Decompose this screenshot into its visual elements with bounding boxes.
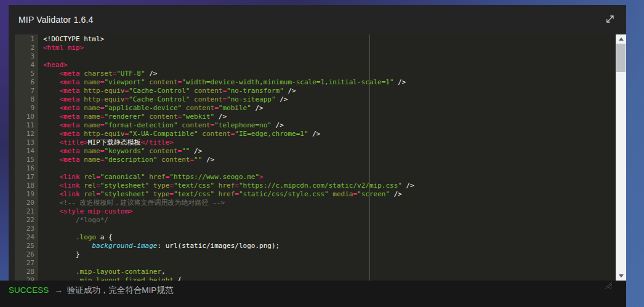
code-line[interactable]: <meta http-equiv="Cache-Control" content… [38, 95, 616, 104]
code-line[interactable] [38, 259, 616, 268]
line-number: 2 [15, 44, 38, 52]
code-line[interactable]: <html mip> [38, 44, 616, 52]
scroll-down-button[interactable] [616, 271, 626, 281]
line-number: 19 [15, 190, 38, 199]
line-number-gutter: 1234567891011121314151617181920212223242… [15, 34, 38, 281]
line-number: 6 [15, 78, 38, 87]
code-line[interactable] [38, 164, 616, 173]
code-line[interactable]: <head> [38, 61, 616, 70]
code-line[interactable]: <link rel="canonical" href="https://www.… [38, 173, 616, 181]
code-line[interactable]: <meta name="renderer" content="webkit" /… [38, 113, 616, 121]
code-line[interactable]: <!-- 改造模板时，建议将文件调用改为绝对路径 --> [38, 199, 616, 207]
status-success-label: SUCCESS [9, 285, 49, 295]
triangle-down-icon [619, 274, 624, 277]
window-title: MIP Validator 1.6.4 [18, 15, 94, 25]
line-number: 24 [15, 233, 38, 242]
line-number: 11 [15, 121, 38, 130]
code-line[interactable]: <meta name="description" content="" /> [38, 156, 616, 164]
code-line[interactable]: .mip-layout-container, [38, 268, 616, 276]
code-line[interactable]: <meta name="applicable-device" content="… [38, 104, 616, 113]
line-number: 20 [15, 199, 38, 207]
code-line[interactable]: <meta http-equiv="Cache-Control" content… [38, 87, 616, 95]
line-number: 22 [15, 216, 38, 225]
code-line[interactable]: <link rel="stylesheet" type="text/css" h… [38, 181, 616, 190]
code-line[interactable]: <link rel="stylesheet" type="text/css" h… [38, 190, 616, 199]
line-number: 13 [15, 138, 38, 147]
code-line[interactable]: .logo a { [38, 233, 616, 242]
code-line[interactable]: <title>MIP下载静态模板</title> [38, 138, 616, 147]
resize-grip-icon[interactable] [604, 281, 614, 289]
code-line[interactable]: <style mip-custom> [38, 207, 616, 216]
titlebar: MIP Validator 1.6.4 [9, 5, 626, 34]
line-number: 14 [15, 147, 38, 156]
code-line[interactable]: <meta http-equiv="X-UA-Compatible" conte… [38, 130, 616, 138]
line-number: 15 [15, 156, 38, 164]
line-number: 1 [15, 35, 38, 44]
status-bar: SUCCESS→验证成功，完全符合MIP规范 [0, 281, 626, 307]
line-number: 9 [15, 104, 38, 113]
line-number: 4 [15, 61, 38, 70]
line-number: 28 [15, 268, 38, 276]
code-line[interactable]: .mip-layout-fixed-height { [38, 276, 616, 281]
line-number: 23 [15, 225, 38, 233]
scroll-up-button[interactable] [616, 34, 626, 44]
line-number: 17 [15, 173, 38, 181]
line-number: 26 [15, 250, 38, 259]
line-number: 12 [15, 130, 38, 138]
line-number: 25 [15, 242, 38, 250]
code-line[interactable]: <meta name="keywords" content="" /> [38, 147, 616, 156]
code-line[interactable]: background-image: url(static/images/logo… [38, 242, 616, 250]
code-line[interactable]: <meta name="format-detection" content="t… [38, 121, 616, 130]
code-editor[interactable]: 1234567891011121314151617181920212223242… [15, 34, 626, 281]
line-number: 21 [15, 207, 38, 216]
code-line[interactable] [38, 52, 616, 61]
status-arrow: → [54, 285, 63, 295]
code-line[interactable]: } [38, 250, 616, 259]
line-number: 29 [15, 276, 38, 281]
code-line[interactable]: <meta charset="UTF-8" /> [38, 70, 616, 78]
line-number: 18 [15, 181, 38, 190]
triangle-up-icon [619, 38, 624, 41]
status-message: 验证成功，完全符合MIP规范 [67, 285, 174, 295]
code-line[interactable]: <!DOCTYPE html> [38, 35, 616, 44]
editor-scrollbar[interactable] [616, 34, 626, 281]
line-number: 5 [15, 70, 38, 78]
line-number: 7 [15, 87, 38, 95]
code-line[interactable]: /*logo*/ [38, 216, 616, 225]
line-number: 10 [15, 113, 38, 121]
code-line[interactable] [38, 225, 616, 233]
line-number: 27 [15, 259, 38, 268]
line-number: 8 [15, 95, 38, 104]
validator-window: MIP Validator 1.6.4 12345678910111213141… [9, 5, 626, 281]
code-lines[interactable]: <!DOCTYPE html><html mip><head> <meta ch… [38, 35, 616, 281]
line-number: 16 [15, 164, 38, 173]
expand-icon[interactable] [604, 13, 616, 25]
line-number: 3 [15, 52, 38, 61]
code-line[interactable]: <meta name="viewport" content="width=dev… [38, 78, 616, 87]
code-content[interactable]: <!DOCTYPE html><html mip><head> <meta ch… [38, 34, 616, 281]
scrollbar-thumb[interactable] [616, 44, 626, 72]
